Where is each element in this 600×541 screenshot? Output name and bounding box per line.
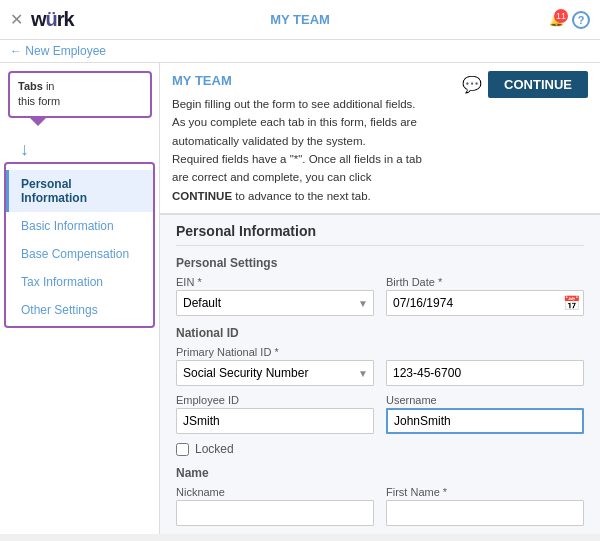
ein-select[interactable]: Default	[176, 290, 374, 316]
info-icon[interactable]: ?	[572, 11, 590, 29]
nickname-input[interactable]	[176, 500, 374, 526]
firstname-label: First Name *	[386, 486, 584, 498]
ein-label: EIN *	[176, 276, 374, 288]
sidebar-tab-tax[interactable]: Tax Information	[6, 268, 153, 296]
header-title: MY TEAM	[270, 12, 330, 27]
notification-badge: 11	[554, 9, 568, 23]
sidebar-tabs: Personal Information Basic Information B…	[6, 170, 153, 324]
instructions-continue-bold: CONTINUE	[172, 190, 232, 202]
instructions-line6-rest: to advance to the next tab.	[232, 190, 371, 202]
nickname-label: Nickname	[176, 486, 374, 498]
username-group: Username	[386, 394, 584, 434]
employee-id-input[interactable]	[176, 408, 374, 434]
birthdate-wrapper: 📅	[386, 290, 584, 316]
app-logo: würk	[31, 8, 74, 31]
tabs-callout-title: Tabs	[18, 80, 43, 92]
username-input[interactable]	[386, 408, 584, 434]
continue-button-top[interactable]: CONTINUE	[488, 71, 588, 98]
instructions-line1: Begin filling out the form to see additi…	[172, 98, 416, 110]
calendar-icon[interactable]: 📅	[563, 295, 580, 311]
national-id-select-wrapper: Social Security Number ▼	[176, 360, 374, 386]
national-id-number-input[interactable]	[386, 360, 584, 386]
callout-arrow	[30, 118, 46, 126]
sidebar-tab-basic[interactable]: Basic Information	[6, 212, 153, 240]
main-layout: Tabs in this form ↓ Personal Information…	[0, 63, 600, 534]
instructions-line5: are correct and complete, you can click	[172, 171, 371, 183]
ein-birthdate-row: EIN * Default ▼ Birth Date * 📅	[176, 276, 584, 316]
birthdate-input[interactable]	[386, 290, 584, 316]
sidebar-tab-compensation[interactable]: Base Compensation	[6, 240, 153, 268]
locked-label: Locked	[195, 442, 234, 456]
employee-id-username-row: Employee ID Username	[176, 394, 584, 434]
instructions-title: MY TEAM	[172, 71, 454, 92]
tabs-callout-text3: this form	[18, 95, 60, 107]
back-link[interactable]: ← New Employee	[10, 44, 106, 58]
locked-row: Locked	[176, 442, 584, 456]
national-id-number-group	[386, 346, 584, 386]
top-instructions-section: MY TEAM Begin filling out the form to se…	[160, 63, 600, 215]
app-header: ✕ würk MY TEAM 🔔 11 ?	[0, 0, 600, 40]
instructions-line4: Required fields have a "*". Once all fie…	[172, 153, 422, 165]
national-id-row: Primary National ID * Social Security Nu…	[176, 346, 584, 386]
sidebar-tabs-outline: Personal Information Basic Information B…	[4, 162, 155, 328]
notification-bell[interactable]: 🔔 11	[549, 13, 564, 27]
subsection-personal-settings: Personal Settings	[176, 256, 584, 270]
ein-select-wrapper: Default ▼	[176, 290, 374, 316]
name-title: Name	[176, 466, 584, 480]
instructions-text: MY TEAM Begin filling out the form to se…	[172, 71, 454, 205]
national-id-number-label	[386, 346, 584, 358]
national-id-title: National ID	[176, 326, 584, 340]
primary-national-id-group: Primary National ID * Social Security Nu…	[176, 346, 374, 386]
section-title-personal: Personal Information	[176, 215, 584, 246]
firstname-group: First Name *	[386, 486, 584, 526]
employee-id-group: Employee ID	[176, 394, 374, 434]
employee-id-label: Employee ID	[176, 394, 374, 406]
tab-arrow: ↓	[0, 139, 159, 160]
tabs-callout: Tabs in this form	[8, 71, 152, 118]
instructions-line2: As you complete each tab in this form, f…	[172, 116, 417, 128]
close-icon[interactable]: ✕	[10, 10, 23, 29]
tabs-callout-text2: in	[46, 80, 55, 92]
firstname-input[interactable]	[386, 500, 584, 526]
birthdate-group: Birth Date * 📅	[386, 276, 584, 316]
nickname-group: Nickname	[176, 486, 374, 526]
national-id-select[interactable]: Social Security Number	[176, 360, 374, 386]
username-label: Username	[386, 394, 584, 406]
sidebar: Tabs in this form ↓ Personal Information…	[0, 63, 160, 534]
nickname-firstname-row: Nickname First Name *	[176, 486, 584, 526]
header-icons: 🔔 11 ?	[549, 11, 590, 29]
content-area: MY TEAM Begin filling out the form to se…	[160, 63, 600, 534]
locked-checkbox[interactable]	[176, 443, 189, 456]
primary-national-id-label: Primary National ID *	[176, 346, 374, 358]
sidebar-tab-other[interactable]: Other Settings	[6, 296, 153, 324]
chat-icon[interactable]: 💬	[462, 75, 482, 94]
form-content: Personal Information Personal Settings E…	[160, 215, 600, 534]
national-id-section: National ID Primary National ID * Social…	[176, 326, 584, 386]
birthdate-label: Birth Date *	[386, 276, 584, 288]
sub-header: ← New Employee	[0, 40, 600, 63]
sidebar-tab-personal[interactable]: Personal Information	[6, 170, 153, 212]
ein-group: EIN * Default ▼	[176, 276, 374, 316]
instructions-line3: automatically validated by the system.	[172, 135, 366, 147]
top-right-actions: 💬 CONTINUE	[462, 71, 588, 98]
